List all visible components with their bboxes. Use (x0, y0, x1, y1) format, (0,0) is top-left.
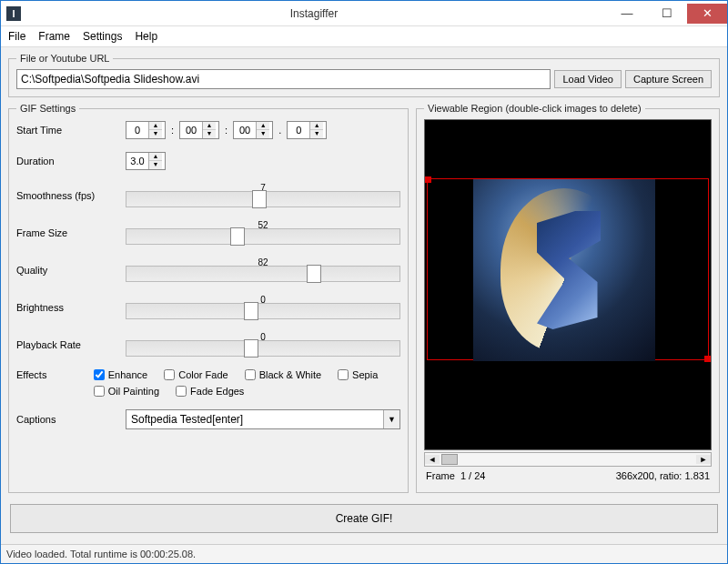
captions-label: Captions (16, 414, 116, 425)
menubar: File Frame Settings Help (1, 26, 727, 47)
maximize-button[interactable]: ☐ (647, 4, 687, 24)
brightness-slider[interactable] (126, 303, 400, 319)
scroll-right-icon[interactable]: ► (696, 455, 711, 464)
crop-box[interactable] (427, 178, 709, 360)
effect-color-fade[interactable]: Color Fade (164, 369, 228, 380)
capture-screen-button[interactable]: Capture Screen (625, 70, 712, 88)
frame-size-label: Frame Size (16, 227, 116, 238)
effects-label: Effects (16, 369, 85, 380)
effect-fade-edges[interactable]: Fade Edges (176, 386, 244, 397)
gif-settings-legend: GIF Settings (16, 103, 79, 114)
effect-sepia[interactable]: Sepia (338, 369, 378, 380)
crop-handle-br[interactable] (704, 356, 711, 362)
quality-slider[interactable] (126, 266, 400, 282)
frame-size-slider[interactable] (126, 228, 400, 245)
start-minute-stepper[interactable]: ▲▼ (179, 121, 219, 139)
frame-counter: Frame 1 / 24 (426, 470, 485, 481)
close-button[interactable]: ✕ (687, 4, 727, 24)
playback-rate-label: Playback Rate (16, 339, 116, 350)
effect-enhance[interactable]: Enhance (94, 369, 147, 380)
minimize-button[interactable]: — (607, 4, 647, 24)
smoothness-slider[interactable] (126, 191, 400, 207)
brightness-label: Brightness (16, 302, 116, 313)
captions-value[interactable]: Softpedia Tested[enter] (126, 410, 383, 428)
preview-area[interactable] (424, 119, 712, 450)
gif-settings-group: GIF Settings Start Time ▲▼ : ▲▼ : ▲▼ . ▲… (8, 103, 409, 493)
start-time-label: Start Time (16, 125, 116, 136)
effect-oil-painting[interactable]: Oil Painting (94, 386, 159, 397)
menu-help[interactable]: Help (135, 30, 157, 43)
create-gif-button[interactable]: Create GIF! (10, 504, 718, 533)
smoothness-label: Smoothness (fps) (16, 190, 116, 201)
start-hour-stepper[interactable]: ▲▼ (126, 121, 166, 139)
scroll-left-icon[interactable]: ◄ (425, 455, 440, 464)
frame-scrollbar[interactable]: ◄ ► (424, 452, 712, 467)
menu-frame[interactable]: Frame (38, 30, 70, 43)
statusbar: Video loaded. Total runtime is 00:00:25.… (1, 544, 727, 563)
frame-dimensions: 366x200, ratio: 1.831 (616, 470, 710, 481)
duration-stepper[interactable]: ▲▼ (126, 152, 166, 170)
chevron-down-icon[interactable]: ▼ (383, 410, 399, 428)
viewable-legend: Viewable Region (double-click images to … (424, 103, 645, 114)
captions-combo[interactable]: Softpedia Tested[enter] ▼ (126, 409, 400, 429)
viewable-region-group: Viewable Region (double-click images to … (416, 103, 720, 493)
crop-handle-tl[interactable] (425, 176, 431, 183)
start-second-stepper[interactable]: ▲▼ (233, 121, 273, 139)
menu-settings[interactable]: Settings (83, 30, 122, 43)
url-input[interactable] (16, 69, 551, 89)
scroll-thumb[interactable] (441, 454, 458, 465)
quality-label: Quality (16, 265, 116, 276)
effect-black-white[interactable]: Black & White (245, 369, 321, 380)
duration-label: Duration (16, 156, 116, 166)
file-url-legend: File or Youtube URL (16, 53, 113, 64)
start-ms-stepper[interactable]: ▲▼ (287, 121, 327, 139)
load-video-button[interactable]: Load Video (554, 70, 621, 88)
titlebar: I Instagiffer — ☐ ✕ (1, 1, 727, 26)
playback-rate-slider[interactable] (126, 340, 400, 357)
window-title: Instagiffer (21, 7, 607, 20)
file-url-group: File or Youtube URL Load Video Capture S… (8, 53, 720, 97)
menu-file[interactable]: File (8, 30, 25, 43)
app-icon: I (6, 6, 21, 21)
preview-frame-image[interactable] (473, 179, 655, 361)
